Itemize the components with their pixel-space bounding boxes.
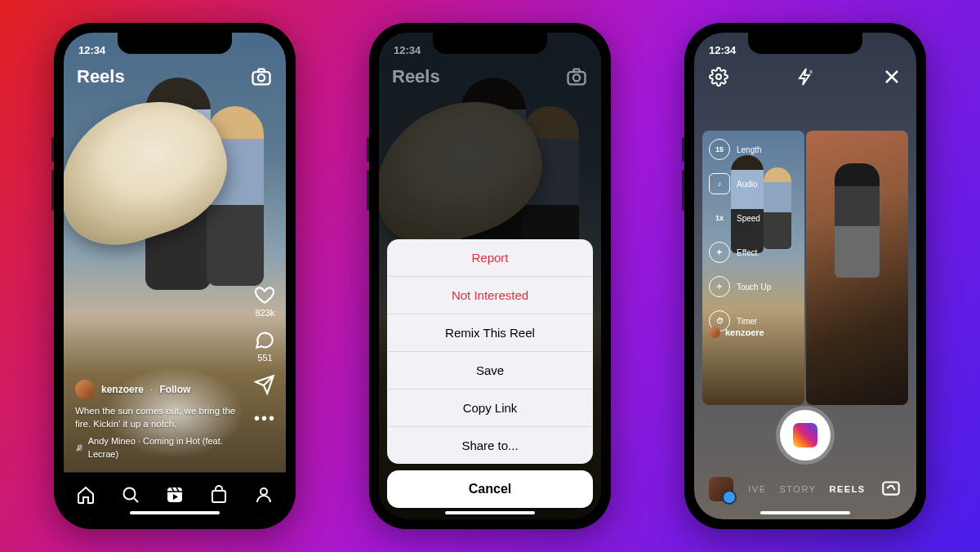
svg-point-5 bbox=[123, 487, 135, 499]
wand-icon: ✧ bbox=[709, 276, 730, 297]
phone-reel-view: 12:34 Reels 823k 551 bbox=[54, 23, 296, 529]
camera-icon[interactable] bbox=[250, 65, 273, 88]
mode-reels[interactable]: REELS bbox=[830, 484, 866, 494]
sheet-save[interactable]: Save bbox=[387, 352, 593, 390]
svg-point-4 bbox=[258, 74, 265, 81]
sheet-not-interested[interactable]: Not Interested bbox=[387, 277, 593, 314]
share-button[interactable] bbox=[254, 374, 275, 395]
sheet-remix[interactable]: Remix This Reel bbox=[387, 314, 593, 352]
comment-button[interactable]: 551 bbox=[254, 329, 275, 363]
tool-touchup[interactable]: ✧Touch Up bbox=[709, 276, 771, 297]
music-note-icon: ♪ bbox=[709, 173, 730, 194]
follow-button[interactable]: Follow bbox=[159, 383, 190, 397]
svg-rect-6 bbox=[167, 487, 182, 502]
notch bbox=[118, 33, 232, 54]
status-time: 12:34 bbox=[78, 44, 105, 56]
sheet-cancel[interactable]: Cancel bbox=[387, 470, 593, 508]
notch bbox=[748, 33, 862, 54]
username[interactable]: kenzoere bbox=[101, 383, 144, 397]
flash-off-icon[interactable]: x bbox=[795, 67, 815, 90]
shop-tab-icon[interactable] bbox=[209, 485, 229, 508]
like-count: 823k bbox=[256, 308, 275, 318]
settings-gear-icon[interactable] bbox=[709, 67, 728, 90]
svg-point-13 bbox=[573, 74, 580, 81]
mode-story[interactable]: STORY bbox=[780, 484, 817, 494]
tool-length[interactable]: 15Length bbox=[709, 139, 771, 160]
svg-point-8 bbox=[261, 488, 267, 495]
user-avatar bbox=[709, 327, 720, 338]
sheet-report[interactable]: Report bbox=[387, 239, 593, 277]
like-button[interactable]: 823k bbox=[254, 284, 275, 318]
action-sheet: Report Not Interested Remix This Reel Sa… bbox=[387, 239, 593, 508]
camera-modes: IVE STORY REELS bbox=[748, 484, 865, 494]
phone-remix-camera: 12:34 x 15Length ♪Audio 1xSpeed ✦E bbox=[684, 23, 926, 529]
reel-caption: When the sun comes out, we bring the fir… bbox=[75, 404, 237, 430]
audio-attribution[interactable]: Andy Mineo · Coming in Hot (feat. Lecrae… bbox=[75, 435, 237, 461]
svg-rect-19 bbox=[883, 483, 899, 495]
notch bbox=[433, 33, 547, 54]
flip-camera-icon[interactable] bbox=[880, 477, 902, 501]
sheet-copy-link[interactable]: Copy Link bbox=[387, 390, 593, 427]
home-tab-icon[interactable] bbox=[76, 485, 96, 508]
tool-effect[interactable]: ✦Effect bbox=[709, 242, 771, 263]
sparkle-icon: ✦ bbox=[709, 242, 730, 263]
svg-point-17 bbox=[716, 74, 721, 79]
reels-tab-icon[interactable] bbox=[165, 485, 185, 508]
home-indicator[interactable] bbox=[445, 511, 535, 514]
shutter-button[interactable] bbox=[780, 410, 831, 461]
phone-action-sheet: 12:34 Reels Report Not Interested Remix … bbox=[369, 23, 611, 529]
gallery-button[interactable] bbox=[709, 477, 733, 501]
page-title: Reels bbox=[392, 66, 440, 87]
status-time: 12:34 bbox=[394, 44, 421, 56]
status-time: 12:34 bbox=[709, 44, 736, 56]
sheet-share-to[interactable]: Share to... bbox=[387, 427, 593, 464]
search-tab-icon[interactable] bbox=[121, 485, 140, 508]
profile-tab-icon[interactable] bbox=[254, 485, 274, 508]
reels-icon bbox=[793, 423, 817, 447]
tool-audio[interactable]: ♪Audio bbox=[709, 173, 771, 194]
page-title: Reels bbox=[77, 66, 125, 87]
separator: · bbox=[150, 383, 153, 397]
camera-icon bbox=[565, 65, 588, 88]
comment-count: 551 bbox=[257, 353, 272, 363]
svg-rect-7 bbox=[212, 491, 225, 502]
remix-source-user[interactable]: kenzoere bbox=[709, 327, 764, 338]
camera-tools: 15Length ♪Audio 1xSpeed ✦Effect ✧Touch U… bbox=[709, 139, 771, 332]
remix-camera-preview bbox=[806, 131, 908, 405]
home-indicator[interactable] bbox=[760, 511, 850, 514]
user-avatar[interactable] bbox=[75, 380, 95, 399]
mode-live[interactable]: IVE bbox=[748, 484, 766, 494]
tool-speed[interactable]: 1xSpeed bbox=[709, 207, 771, 229]
home-indicator[interactable] bbox=[130, 511, 220, 514]
more-options-button[interactable]: ••• bbox=[254, 407, 276, 430]
close-icon[interactable] bbox=[882, 67, 902, 90]
svg-text:x: x bbox=[809, 68, 813, 75]
